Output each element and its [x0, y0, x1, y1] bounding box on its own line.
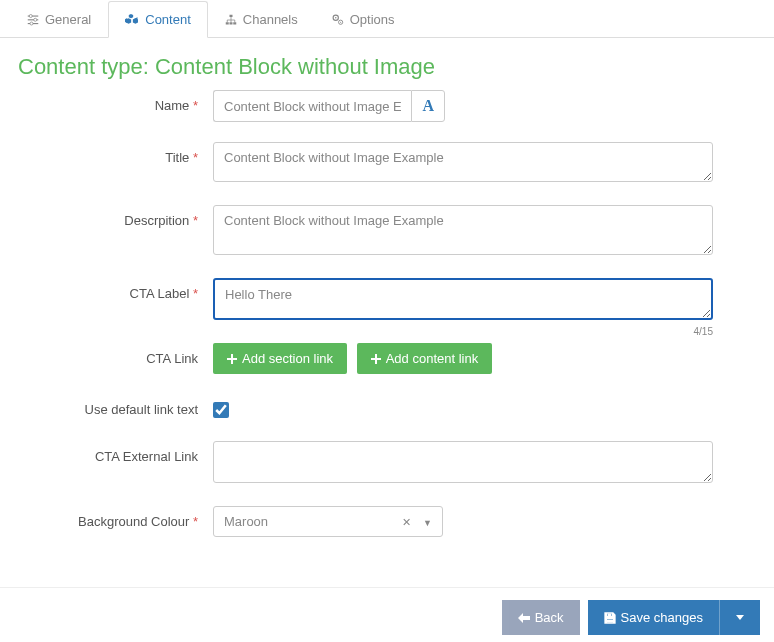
- back-button[interactable]: Back: [502, 600, 580, 635]
- svg-point-4: [34, 18, 37, 21]
- cta-label-input[interactable]: Hello There: [213, 278, 713, 320]
- add-content-link-button[interactable]: Add content link: [357, 343, 493, 374]
- svg-rect-6: [229, 14, 232, 16]
- page-title: Content type: Content Block without Imag…: [0, 38, 774, 90]
- description-input[interactable]: Content Block without Image Example: [213, 205, 713, 255]
- label-name: Name *: [18, 90, 213, 113]
- tab-options[interactable]: Options: [315, 1, 412, 38]
- svg-rect-20: [607, 613, 611, 616]
- save-icon: [604, 612, 616, 624]
- select-value: Maroon: [224, 514, 268, 529]
- name-input[interactable]: [213, 90, 411, 122]
- add-section-link-button[interactable]: Add section link: [213, 343, 347, 374]
- tab-general[interactable]: General: [10, 1, 108, 38]
- cogs-icon: [332, 14, 344, 26]
- chevron-down-icon: ▼: [423, 518, 432, 528]
- char-counter: 4/15: [694, 326, 713, 337]
- tab-label: Content: [145, 12, 191, 27]
- tab-label: Channels: [243, 12, 298, 27]
- tab-label: Options: [350, 12, 395, 27]
- tab-content[interactable]: Content: [108, 1, 208, 38]
- sliders-icon: [27, 14, 39, 26]
- svg-rect-8: [229, 22, 232, 24]
- clear-icon[interactable]: ✕: [402, 516, 411, 528]
- use-default-link-checkbox[interactable]: [213, 402, 229, 418]
- arrow-left-icon: [518, 613, 530, 623]
- label-cta-external: CTA External Link: [18, 441, 213, 464]
- label-title: Title *: [18, 142, 213, 165]
- label-description: Descrpition *: [18, 205, 213, 228]
- chevron-down-icon: [736, 615, 744, 620]
- svg-rect-17: [371, 358, 381, 360]
- label-use-default: Use default link text: [18, 394, 213, 417]
- svg-rect-7: [226, 22, 229, 24]
- sitemap-icon: [225, 14, 237, 26]
- plus-icon: [371, 354, 381, 364]
- label-bg-colour: Background Colour *: [18, 506, 213, 529]
- cta-external-input[interactable]: [213, 441, 713, 483]
- label-cta-label: CTA Label *: [18, 278, 213, 301]
- svg-rect-15: [227, 358, 237, 360]
- tab-channels[interactable]: Channels: [208, 1, 315, 38]
- tab-label: General: [45, 12, 91, 27]
- cubes-icon: [125, 14, 139, 26]
- save-dropdown-button[interactable]: [719, 600, 760, 635]
- bg-colour-select[interactable]: Maroon ✕ ▼: [213, 506, 443, 537]
- svg-point-13: [340, 21, 341, 22]
- svg-point-5: [30, 22, 33, 25]
- svg-rect-21: [607, 619, 613, 622]
- save-button[interactable]: Save changes: [588, 600, 719, 635]
- svg-point-11: [335, 17, 337, 19]
- plus-icon: [227, 354, 237, 364]
- font-icon[interactable]: A: [411, 90, 445, 122]
- svg-point-3: [29, 14, 32, 17]
- label-cta-link: CTA Link: [18, 343, 213, 366]
- svg-rect-9: [233, 22, 236, 24]
- title-input[interactable]: Content Block without Image Example: [213, 142, 713, 182]
